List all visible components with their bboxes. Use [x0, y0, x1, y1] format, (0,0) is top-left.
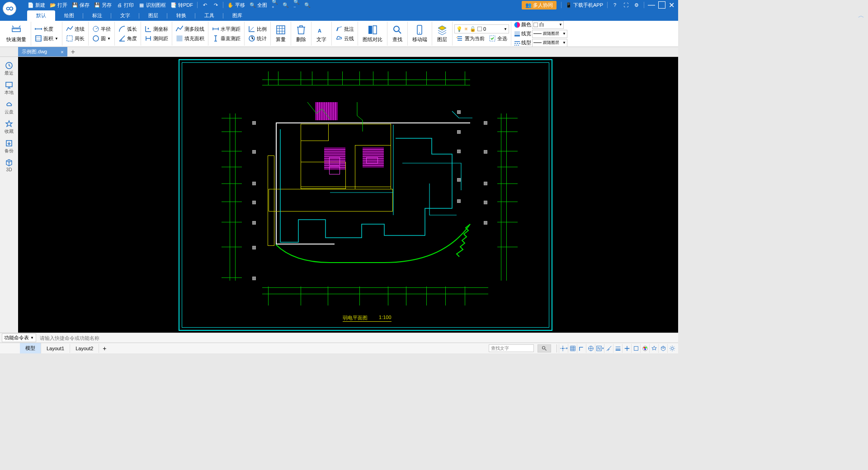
local-button[interactable]: 本地	[1, 79, 17, 98]
circle-button[interactable]: 圆▼	[90, 34, 113, 43]
tab-annotate[interactable]: 标注	[83, 10, 111, 21]
3d-button[interactable]: 3D	[1, 157, 17, 174]
pan-button[interactable]: ✋平移	[225, 0, 247, 10]
delete-button[interactable]: 删除	[293, 24, 309, 44]
search-button[interactable]	[538, 344, 551, 352]
fill-icon	[176, 35, 183, 42]
to-pdf-button[interactable]: 📑转PDF	[168, 0, 195, 10]
color-swatch	[477, 27, 482, 31]
measure-polyline-button[interactable]: 测多段线	[174, 24, 206, 33]
angle-button[interactable]: 角度	[117, 34, 139, 43]
backup-button[interactable]: 备份	[1, 137, 17, 156]
redo-button[interactable]: ↷	[210, 0, 221, 10]
color-selector[interactable]: 白▼	[532, 21, 564, 29]
print-icon: 🖨	[116, 2, 123, 8]
new-file-button[interactable]: 📄新建	[25, 0, 47, 10]
tab-text[interactable]: 文字	[111, 10, 139, 21]
close-tab-button[interactable]: ×	[61, 49, 63, 55]
zoom-out-button[interactable]: 🔍⁻	[291, 0, 302, 10]
favorites-button[interactable]: 收藏	[1, 118, 17, 136]
help-button[interactable]: ?	[609, 0, 620, 10]
saveas-button[interactable]: 💾另存	[92, 0, 114, 10]
command-input[interactable]	[38, 335, 676, 341]
otrack-toggle[interactable]	[604, 344, 613, 353]
lineweight-toggle[interactable]	[613, 344, 622, 353]
svg-rect-13	[373, 26, 377, 34]
recognize-frame-button[interactable]: ▦识别图框	[136, 0, 168, 10]
stats-button[interactable]: 统计	[246, 34, 269, 43]
fill-area-button[interactable]: 填充面积	[174, 34, 206, 43]
mobile-button[interactable]: 移动端	[410, 24, 430, 44]
quick-measure-button[interactable]: 快速测量	[4, 24, 29, 44]
isometric-toggle[interactable]	[658, 344, 667, 353]
annotate-button[interactable]: 批注	[334, 24, 356, 33]
calc-quantity-button[interactable]: 算量	[273, 24, 289, 44]
layout-tab-model[interactable]: 模型	[20, 343, 41, 353]
add-document-tab-button[interactable]: +	[67, 48, 79, 56]
tab-default[interactable]: 默认	[27, 10, 55, 21]
find-button[interactable]: 查找	[389, 24, 406, 44]
fullscreen-button[interactable]: ⛶	[620, 0, 631, 10]
tab-draw[interactable]: 绘图	[55, 10, 83, 21]
settings-button[interactable]: ⚙	[631, 0, 642, 10]
set-current-button[interactable]: 置为当前	[454, 34, 486, 43]
area-button[interactable]: 面积▼	[33, 34, 60, 43]
hdist-button[interactable]: 水平测距	[210, 24, 242, 33]
radius-button[interactable]: 半径	[90, 24, 113, 33]
osnap-toggle[interactable]: N▾	[595, 344, 604, 353]
perimeter-button[interactable]: 周长	[64, 34, 86, 43]
save-button[interactable]: 💾保存	[70, 0, 92, 10]
scale-button[interactable]: 比例	[246, 24, 269, 33]
maximize-button[interactable]	[658, 1, 665, 9]
measure-coord-button[interactable]: 测坐标	[143, 24, 170, 33]
color-prop-icon	[514, 22, 520, 28]
continuous-button[interactable]: 连续	[64, 24, 86, 33]
cloud-line-button[interactable]: 云线	[334, 34, 356, 43]
document-tab[interactable]: 示例图.dwg ×	[18, 47, 67, 56]
favorite-toggle[interactable]	[649, 344, 658, 353]
tab-convert[interactable]: 转换	[167, 10, 195, 21]
print-button[interactable]: 🖨打印	[114, 0, 136, 10]
lineweight-selector[interactable]: 跟随图层▼	[532, 30, 567, 38]
cycle-toggle[interactable]	[631, 344, 640, 353]
measure-interval-button[interactable]: 测间距	[143, 34, 170, 43]
app-logo[interactable]	[3, 2, 16, 15]
arc-button[interactable]: 弧长	[117, 24, 139, 33]
linetype-selector[interactable]: 跟随图层▼	[532, 39, 567, 47]
layout-tab-1[interactable]: Layout1	[41, 344, 70, 353]
minimize-button[interactable]: —	[648, 1, 655, 9]
close-button[interactable]: ✕	[669, 1, 675, 9]
zoom-window-button[interactable]: 🔍⁺	[269, 0, 280, 10]
color-toggle[interactable]	[640, 344, 649, 353]
recent-button[interactable]: 最近	[1, 60, 17, 78]
layer-manager-button[interactable]: 图层	[434, 24, 450, 44]
settings-toggle[interactable]	[667, 344, 676, 353]
drawing-canvas[interactable]: 弱电平面图1:100	[18, 57, 678, 333]
zoom-reset-button[interactable]: 🔍	[302, 0, 313, 10]
command-table-button[interactable]: 功能命令表▼	[2, 334, 36, 342]
download-app-button[interactable]: 📱下载手机APP	[563, 0, 605, 10]
tab-layers[interactable]: 图层	[139, 10, 167, 21]
add-layout-button[interactable]: +	[99, 344, 110, 353]
select-all-button[interactable]: 全选	[487, 34, 509, 43]
zoom-extents-button[interactable]: 🔍全图	[247, 0, 269, 10]
snap-toggle[interactable]: ▾	[559, 344, 568, 353]
compare-drawings-button[interactable]: 图纸对比	[360, 24, 385, 44]
ortho-toggle[interactable]	[577, 344, 586, 353]
dyn-input-toggle[interactable]	[622, 344, 631, 353]
layout-tab-2[interactable]: Layout2	[70, 344, 99, 353]
tab-tools[interactable]: 工具	[195, 10, 223, 21]
cloud-disk-button[interactable]: 云盘	[1, 99, 17, 117]
grid-toggle[interactable]	[568, 344, 577, 353]
search-text-input[interactable]	[489, 344, 534, 352]
length-button[interactable]: 长度	[33, 24, 55, 33]
layer-selector[interactable]: 💡 ☀ 🔓 0 ▼	[454, 24, 509, 33]
undo-button[interactable]: ↶	[199, 0, 210, 10]
polar-toggle[interactable]	[586, 344, 595, 353]
tab-library[interactable]: 图库	[223, 10, 251, 21]
vdist-button[interactable]: 垂直测距	[210, 34, 242, 43]
zoom-in-button[interactable]: 🔍	[280, 0, 291, 10]
text-button[interactable]: A文字	[313, 24, 330, 44]
collaboration-button[interactable]: 👥多人协同	[522, 1, 557, 9]
open-file-button[interactable]: 📂打开	[47, 0, 70, 10]
